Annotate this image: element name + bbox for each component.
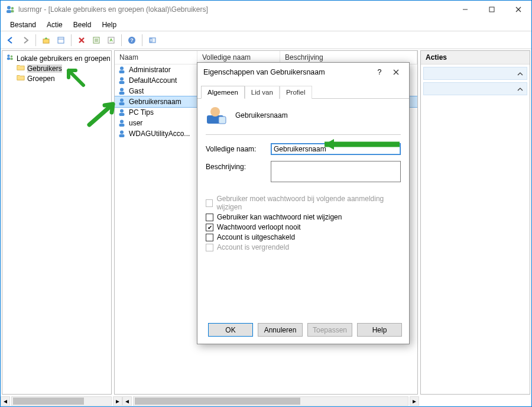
user-name: Administrator <box>129 66 200 74</box>
scroll-right-button[interactable]: ▸ <box>410 396 419 406</box>
back-button[interactable] <box>4 34 17 47</box>
svg-point-2 <box>11 7 14 9</box>
cancel-button[interactable]: Annuleren <box>258 323 303 337</box>
dialog-username: Gebruikersnaam <box>235 111 288 119</box>
svg-point-32 <box>120 99 124 102</box>
ok-button[interactable]: OK <box>208 323 253 337</box>
menu-help[interactable]: Help <box>97 20 121 30</box>
scroll-thumb[interactable] <box>13 398 84 405</box>
close-button[interactable] <box>505 1 531 18</box>
svg-rect-44 <box>219 117 226 124</box>
menu-action[interactable]: Actie <box>42 20 67 30</box>
user-name: Gast <box>129 87 200 95</box>
export-button[interactable] <box>105 34 118 47</box>
tab-profile[interactable]: Profiel <box>280 86 312 99</box>
actions-group-1[interactable] <box>423 67 527 80</box>
user-icon <box>117 86 126 96</box>
checkbox-icon <box>206 199 213 207</box>
users-groups-icon <box>6 54 14 63</box>
folder-icon <box>17 64 25 73</box>
checkbox-icon <box>206 244 213 251</box>
scroll-thumb[interactable] <box>135 398 300 405</box>
scroll-left-button[interactable]: ◂ <box>122 396 132 406</box>
window-title: lusrmgr - [Lokale gebruikers en groepen … <box>18 5 208 14</box>
svg-rect-37 <box>119 124 125 127</box>
chk-neverexpire-row[interactable]: ✔ Wachtwoord verloopt nooit <box>206 223 401 231</box>
user-avatar-icon <box>206 105 227 126</box>
svg-rect-9 <box>58 37 64 43</box>
scroll-left-button[interactable]: ◂ <box>1 396 10 406</box>
menubar: Bestand Actie Beeld Help <box>1 18 531 31</box>
scroll-right-button[interactable]: ▸ <box>113 396 122 406</box>
dialog-help-button[interactable]: ? <box>371 66 388 78</box>
tree-root-label: Lokale gebruikers en groepen (lo <box>17 54 112 63</box>
user-name: user <box>129 119 200 127</box>
checkbox-icon[interactable] <box>206 234 213 241</box>
checkbox-icon[interactable] <box>206 214 213 221</box>
chevron-up-icon <box>517 85 523 93</box>
svg-rect-5 <box>489 7 494 12</box>
svg-point-34 <box>120 109 124 113</box>
toolbar-sep <box>35 34 36 46</box>
tab-memberof[interactable]: Lid van <box>245 86 280 99</box>
tab-general[interactable]: Algemeen <box>201 86 245 99</box>
tree-users-label: Gebruikers <box>27 64 62 73</box>
help-button[interactable]: ? <box>125 34 138 47</box>
user-icon <box>117 108 126 117</box>
dialog-body: Gebruikersnaam Volledige naam: Beschrijv… <box>197 99 409 317</box>
svg-rect-3 <box>11 10 14 12</box>
user-icon <box>117 65 126 75</box>
refresh-button[interactable] <box>90 34 103 47</box>
scroll-track-tree[interactable] <box>11 396 112 406</box>
toolbar: ? <box>1 31 531 49</box>
user-name: Gebruikersnaam <box>129 98 200 106</box>
svg-rect-1 <box>7 10 11 13</box>
svg-rect-33 <box>119 102 125 105</box>
forward-button[interactable] <box>19 34 32 47</box>
apply-button[interactable]: Toepassen <box>307 323 352 337</box>
actions-group-2[interactable] <box>423 82 527 95</box>
chk-disabled-row[interactable]: Account is uitgeschakeld <box>206 233 401 241</box>
user-icon <box>117 118 126 128</box>
fullname-input[interactable] <box>271 143 401 155</box>
dialog-buttons: OK Annuleren Toepassen Help <box>197 317 409 344</box>
up-button[interactable] <box>40 34 53 47</box>
menu-file[interactable]: Bestand <box>5 20 41 30</box>
chk-cannotchange-row[interactable]: Gebruiker kan wachtwoord niet wijzigen <box>206 213 401 221</box>
description-input[interactable] <box>271 161 401 182</box>
chk-disabled-label: Account is uitgeschakeld <box>217 233 295 241</box>
properties-button[interactable] <box>54 34 67 47</box>
scroll-track-list[interactable] <box>133 396 408 406</box>
svg-point-30 <box>120 88 124 92</box>
menu-view[interactable]: Beeld <box>69 20 96 30</box>
help-button[interactable]: Help <box>357 323 402 337</box>
svg-point-26 <box>120 67 124 70</box>
dialog-tabs: Algemeen Lid van Profiel <box>197 85 409 99</box>
tree-node-groups[interactable]: Groepen <box>15 73 109 83</box>
chk-cannotchange-label: Gebruiker kan wachtwoord niet wijzigen <box>217 213 342 221</box>
delete-button[interactable] <box>75 34 88 47</box>
dialog-titlebar: Eigenschappen van Gebruikersnaam ? <box>197 63 409 83</box>
svg-point-24 <box>11 56 12 57</box>
chevron-up-icon <box>517 70 523 78</box>
col-header-name[interactable]: Naam <box>115 51 197 64</box>
folder-icon <box>17 74 25 83</box>
user-name: WDAGUtilityAcco... <box>129 130 200 138</box>
user-name: PC Tips <box>129 108 200 117</box>
svg-rect-21 <box>150 38 152 42</box>
checkbox-icon[interactable]: ✔ <box>206 224 213 231</box>
dialog-close-button[interactable] <box>388 66 404 78</box>
tree-root[interactable]: Lokale gebruikers en groepen (lo <box>5 53 109 63</box>
view-options-button[interactable] <box>146 34 159 47</box>
svg-text:?: ? <box>130 37 134 43</box>
svg-point-43 <box>210 107 220 117</box>
minimize-button[interactable] <box>452 1 478 18</box>
svg-point-36 <box>120 120 124 124</box>
toolbar-sep <box>121 34 122 46</box>
toolbar-sep <box>142 34 142 46</box>
svg-rect-35 <box>119 113 125 116</box>
maximize-button[interactable] <box>478 1 505 18</box>
tree-node-users[interactable]: Gebruikers <box>15 63 109 73</box>
user-icon <box>117 76 126 85</box>
svg-rect-23 <box>7 57 10 60</box>
